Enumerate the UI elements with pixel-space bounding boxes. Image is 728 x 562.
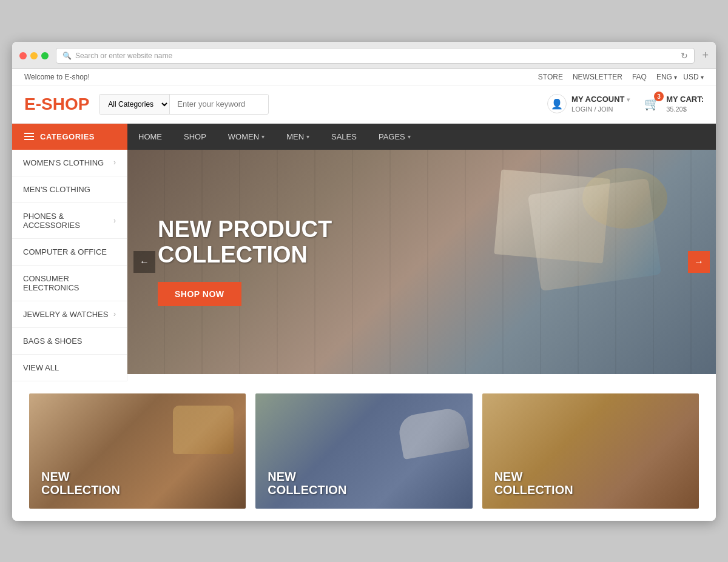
- language-selector[interactable]: ENG ▾: [656, 73, 677, 81]
- sidebar-item-phones[interactable]: PHONES & ACCESSORIES ›: [12, 203, 127, 239]
- welcome-text: Welcome to E-shop!: [24, 73, 90, 81]
- cart-icon-wrap: 🛒 3: [642, 94, 661, 113]
- nav-pages[interactable]: PAGES ▾: [368, 124, 422, 150]
- faq-link[interactable]: FAQ: [632, 73, 647, 81]
- top-bar: Welcome to E-shop! STORE NEWSLETTER FAQ …: [12, 69, 716, 85]
- search-bar: All Categories 🔍: [99, 94, 269, 115]
- add-tab-icon[interactable]: +: [702, 49, 709, 62]
- pages-dropdown-arrow: ▾: [408, 133, 411, 140]
- account-section[interactable]: 👤 MY ACCOUNT ▾ LOGIN / JOIN: [547, 94, 630, 115]
- sidebar-item-womens-clothing[interactable]: WOMEN'S CLOTHING ›: [12, 150, 127, 176]
- account-label: MY ACCOUNT ▾: [571, 94, 630, 105]
- browser-dots: [19, 52, 49, 59]
- hamburger-icon: [24, 133, 34, 140]
- sidebar: WOMEN'S CLOTHING › MEN'S CLOTHING PHONES…: [12, 150, 127, 381]
- chevron-right-icon-3: ›: [113, 310, 116, 318]
- sidebar-item-computer[interactable]: COMPUTER & OFFICE: [12, 239, 127, 266]
- hero-slider: NEW PRODUCT COLLECTION SHOP NOW ← →: [127, 150, 716, 381]
- nav-women[interactable]: WOMEN ▾: [217, 124, 275, 150]
- search-input[interactable]: [170, 95, 269, 113]
- currency-selector[interactable]: USD ▾: [683, 73, 704, 81]
- women-dropdown-arrow: ▾: [261, 133, 265, 140]
- navbar: CATEGORIES HOME SHOP WOMEN ▾ MEN ▾ SALES…: [12, 124, 716, 150]
- product-card-1-label: NEW COLLECTION: [41, 470, 120, 497]
- minimize-dot[interactable]: [30, 52, 38, 59]
- address-text: Search or enter website name: [75, 52, 172, 60]
- nav-shop[interactable]: SHOP: [173, 124, 217, 150]
- header-right: 👤 MY ACCOUNT ▾ LOGIN / JOIN 🛒 3 MY CART:: [547, 94, 704, 115]
- hero-content: NEW PRODUCT COLLECTION SHOP NOW: [127, 193, 362, 331]
- cart-section[interactable]: 🛒 3 MY CART: 35.20$: [642, 94, 704, 115]
- bag-decorative-shape: [173, 406, 234, 454]
- hero-title: NEW PRODUCT COLLECTION: [158, 217, 332, 268]
- sidebar-item-view-all[interactable]: VIEW ALL: [12, 355, 127, 381]
- logo-e: E-: [24, 95, 41, 113]
- address-bar[interactable]: 🔍 Search or enter website name ↻: [56, 48, 695, 64]
- product-card-2-label: NEW COLLECTION: [268, 470, 346, 497]
- categories-label: CATEGORIES: [40, 132, 95, 141]
- top-bar-right: STORE NEWSLETTER FAQ ENG ▾ USD ▾: [538, 73, 704, 81]
- product-card-2[interactable]: NEW COLLECTION: [255, 393, 472, 509]
- store-link[interactable]: STORE: [538, 73, 563, 81]
- logo-shop: SHOP: [41, 95, 89, 113]
- cart-label: MY CART:: [666, 94, 704, 105]
- sidebar-item-mens-clothing[interactable]: MEN'S CLOTHING: [12, 176, 127, 203]
- refresh-icon[interactable]: ↻: [681, 51, 688, 61]
- lang-currency-group: ENG ▾ USD ▾: [656, 73, 704, 81]
- close-dot[interactable]: [19, 52, 27, 59]
- search-icon: 🔍: [62, 52, 72, 60]
- account-text: MY ACCOUNT ▾ LOGIN / JOIN: [571, 94, 630, 115]
- nav-links: HOME SHOP WOMEN ▾ MEN ▾ SALES PAGES ▾: [127, 124, 422, 150]
- nav-sales[interactable]: SALES: [320, 124, 368, 150]
- header: E-SHOP All Categories 🔍 👤 MY ACCOUNT ▾ L…: [12, 85, 716, 124]
- men-dropdown-arrow: ▾: [306, 133, 309, 140]
- main-content: WOMEN'S CLOTHING › MEN'S CLOTHING PHONES…: [12, 150, 716, 381]
- hero-decor-bag: [528, 178, 661, 290]
- chevron-right-icon: ›: [113, 158, 116, 167]
- maximize-dot[interactable]: [41, 52, 49, 59]
- cart-amount: 35.20$: [666, 105, 704, 114]
- product-card-3-label: NEW COLLECTION: [494, 470, 573, 497]
- browser-chrome: 🔍 Search or enter website name ↻ +: [12, 42, 716, 69]
- hero-image: NEW PRODUCT COLLECTION SHOP NOW ← →: [127, 150, 716, 374]
- account-dropdown-arrow: ▾: [627, 96, 630, 103]
- nav-home[interactable]: HOME: [127, 124, 173, 150]
- category-select[interactable]: All Categories: [99, 95, 170, 114]
- hero-prev-button[interactable]: ←: [133, 251, 155, 273]
- product-card-1[interactable]: NEW COLLECTION: [29, 393, 246, 509]
- sidebar-item-consumer-electronics[interactable]: CONSUMER ELECTRONICS: [12, 266, 127, 301]
- products-row: NEW COLLECTION NEW COLLECTION NEW COLLEC…: [12, 381, 716, 521]
- newsletter-link[interactable]: NEWSLETTER: [573, 73, 622, 81]
- cart-badge: 3: [654, 92, 664, 101]
- chevron-right-icon-2: ›: [113, 216, 116, 225]
- nav-men[interactable]: MEN ▾: [275, 124, 320, 150]
- shoe-decorative-shape: [396, 406, 469, 459]
- hero-next-button[interactable]: →: [688, 251, 710, 273]
- product-card-3[interactable]: NEW COLLECTION: [482, 393, 699, 509]
- logo[interactable]: E-SHOP: [24, 95, 89, 114]
- account-sub: LOGIN / JOIN: [571, 105, 630, 114]
- sidebar-item-bags-shoes[interactable]: BAGS & SHOES: [12, 328, 127, 355]
- account-icon: 👤: [547, 94, 567, 113]
- cart-text: MY CART: 35.20$: [666, 94, 704, 115]
- lang-dropdown-arrow: ▾: [674, 74, 677, 81]
- shop-now-button[interactable]: SHOP NOW: [158, 282, 241, 306]
- categories-button[interactable]: CATEGORIES: [12, 124, 127, 150]
- sidebar-item-jewelry[interactable]: JEWELRY & WATCHES ›: [12, 301, 127, 328]
- browser-window: 🔍 Search or enter website name ↻ + Welco…: [12, 42, 716, 521]
- currency-dropdown-arrow: ▾: [701, 74, 704, 81]
